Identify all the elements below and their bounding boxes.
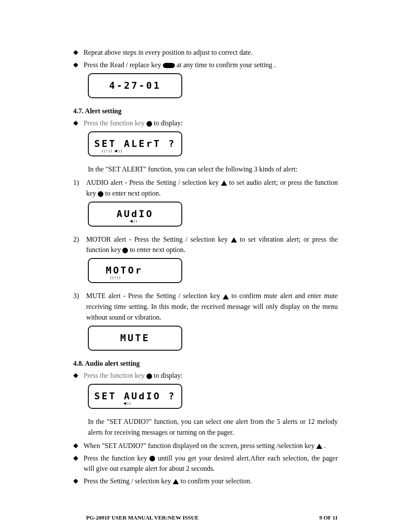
footer-right: 9 OF 11 xyxy=(319,514,338,521)
read-replace-key-icon xyxy=(163,63,175,68)
bullet-repeat: ◆ Repeat above steps in every position t… xyxy=(73,47,338,58)
audio-desc: In the "SET AUDIO?" function, you can se… xyxy=(88,417,338,438)
list-number: 3) xyxy=(73,291,86,323)
diamond-icon: ◆ xyxy=(73,118,84,129)
heading-audio-alert-setting: 4.8. Audio alert setting xyxy=(73,358,338,369)
bullet-when-set-audio: ◆ When "SET AUDIO?" function displayed o… xyxy=(73,441,338,451)
text-b: . xyxy=(324,442,326,449)
selection-key-icon xyxy=(173,479,179,484)
bullet-press-until: ◆ Press the function key untill you get … xyxy=(73,453,338,475)
bullet-confirm: ◆ Press the Setting / selection key to c… xyxy=(73,476,338,487)
diamond-icon: ◆ xyxy=(73,370,84,381)
text: Repeat above steps in every position to … xyxy=(84,47,338,58)
text-a: When "SET AUDIO?" function displayed on … xyxy=(84,442,316,449)
selection-key-icon xyxy=(223,294,229,299)
text-a: Press the Read / replace key xyxy=(84,61,161,68)
lcd-sub-icons: ◀)) xyxy=(130,218,138,224)
diamond-icon: ◆ xyxy=(73,441,84,451)
lcd-mute: MUTE xyxy=(88,326,182,351)
diamond-icon: ◆ xyxy=(73,453,84,475)
text-b: to display: xyxy=(154,119,183,127)
item-motor: 2) MOTOR alert - Press the Setting / sel… xyxy=(73,234,338,256)
bullet-press-function: ◆ Press the function key to display: xyxy=(73,118,338,129)
lcd-text: 4-27-01 xyxy=(109,78,161,93)
bullet-press-function-2: ◆ Press the function key to display: xyxy=(73,370,338,381)
bullet-press-read: ◆ Press the Read / replace key at any ti… xyxy=(73,60,338,71)
footer-left: PG-2091F USER MANUAL VER:NEW ISSUE xyxy=(86,514,199,521)
diamond-icon: ◆ xyxy=(73,60,84,71)
lcd-text: MUTE xyxy=(120,331,150,345)
lcd-date-display: 4-27-01 xyxy=(88,73,182,98)
text-a: Press the function key xyxy=(84,119,146,127)
text-b: to display: xyxy=(154,372,183,379)
text-a: Press the function key xyxy=(84,454,149,462)
text-b: at any time to confirm your setting . xyxy=(177,61,276,68)
text: Press the Read / replace key at any time… xyxy=(84,60,338,71)
lcd-audio: AUdIO ◀)) xyxy=(88,202,182,227)
selection-key-icon xyxy=(231,237,237,243)
lcd-sub-icons: ((•)) ◀)) xyxy=(102,148,122,154)
lcd-sub-icons: ((•)) xyxy=(110,275,121,281)
text-b: to confirm your selection. xyxy=(181,477,252,485)
lcd-text: SET AUdIO ? xyxy=(94,389,176,404)
text-a: Press the Setting / selection key xyxy=(84,477,173,485)
list-number: 1) xyxy=(73,177,86,199)
function-key-icon xyxy=(146,121,152,127)
text-c: to enter next option. xyxy=(105,190,161,197)
text-a: Press the function key xyxy=(84,372,146,379)
text-a: MOTOR alert - Press the Setting / select… xyxy=(86,236,231,243)
diamond-icon: ◆ xyxy=(73,47,84,58)
text-a: MUTE alert - Press the Setting / selecti… xyxy=(86,292,223,299)
selection-key-icon xyxy=(221,180,227,186)
function-key-icon xyxy=(146,373,152,379)
lcd-set-audio: SET AUdIO ? ◀)) xyxy=(88,384,182,409)
lcd-set-alert: SET ALErT ? ((•)) ◀)) xyxy=(88,131,182,156)
item-mute: 3) MUTE alert - Press the Setting / sele… xyxy=(73,291,338,323)
text-a: AUDIO alert - Press the Setting / select… xyxy=(86,179,221,186)
selection-key-icon xyxy=(316,444,322,449)
list-number: 2) xyxy=(73,234,86,256)
alert-intro: In the "SET ALERT" function, you can sel… xyxy=(88,164,338,175)
lcd-sub-icons: ◀)) xyxy=(123,401,131,407)
page-footer: PG-2091F USER MANUAL VER:NEW ISSUE 9 OF … xyxy=(0,514,411,532)
diamond-icon: ◆ xyxy=(73,476,84,487)
function-key-icon xyxy=(98,191,103,197)
text-c: to enter next option. xyxy=(130,246,185,253)
lcd-motor: MOTOr ((•)) xyxy=(88,258,182,283)
item-audio: 1) AUDIO alert - Press the Setting / sel… xyxy=(73,177,338,199)
page-content: ◆ Repeat above steps in every position t… xyxy=(0,0,411,514)
heading-alert-setting: 4.7. Alert setting xyxy=(73,106,338,117)
function-key-icon xyxy=(149,456,155,461)
function-key-icon xyxy=(122,248,128,253)
